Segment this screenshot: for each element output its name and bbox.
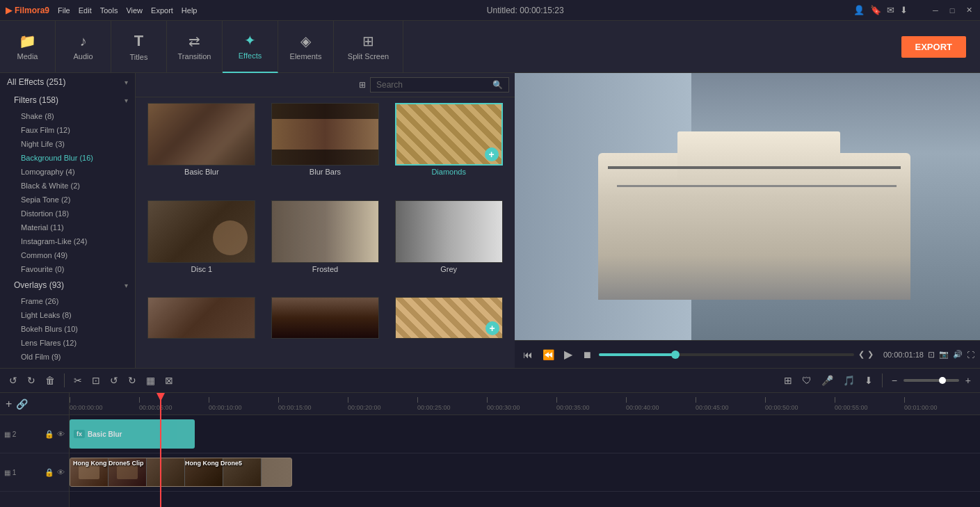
track1-lock-icon[interactable]: 🔒 [45,468,54,477]
toolbar-right-section: ⊞ 🛡 🎤 🎵 ⬇ − + [780,373,974,387]
overlay-lens-flares[interactable]: Lens Flares (12) [0,336,135,350]
overlay-old-film[interactable]: Old Film (9) [0,350,135,364]
toolbar-media[interactable]: 📁 Media [0,21,56,73]
go-to-start-button[interactable]: ⏮ [520,348,536,362]
minimize-button[interactable]: ─ [930,5,941,16]
clip-basic-blur[interactable]: fx Basic Blur [70,419,195,449]
mail-icon[interactable]: ✉ [887,5,894,15]
menu-tools[interactable]: Tools [100,6,118,15]
redo-button[interactable]: ↻ [24,373,39,387]
overlay-light-leaks[interactable]: Light Leaks (8) [0,308,135,322]
effect-disc1[interactable]: Disc 1 [141,200,262,295]
split-screen-label: Split Screen [348,52,389,61]
filter-material[interactable]: Material (11) [0,220,135,234]
filter-faux-film[interactable]: Faux Film (12) [0,123,135,137]
filter-lomography[interactable]: Lomography (4) [0,165,135,179]
zoom-slider[interactable] [903,379,959,382]
add-bottom3-button[interactable]: + [485,321,499,335]
scene-detect-button[interactable]: ⊞ [780,373,796,387]
bookmark-icon[interactable]: 🔖 [870,5,881,15]
fullscreen-icon[interactable]: ⛶ [967,351,974,359]
search-input[interactable] [376,80,492,90]
timeline-content[interactable]: 00:00:00:00 00:00:05:00 00:00:10:00 00:0… [70,393,980,507]
cut-button[interactable]: ✂ [70,373,86,387]
add-diamonds-button[interactable]: + [485,147,499,161]
toolbar-titles[interactable]: T Titles [111,21,167,73]
effect-frosted[interactable]: Frosted [265,200,386,295]
effect-basic-blur[interactable]: Basic Blur [141,103,262,198]
redo2-button[interactable]: ↻ [124,373,140,387]
filter-sepia-tone[interactable]: Sepia Tone (2) [0,193,135,207]
filters-header[interactable]: Filters (158) ▾ [0,91,135,109]
preview-panel: ⏮ ⏪ ▶ ⏹ ❮ ❯ 00:00:01:18 ⊡ 📷 🔊 ⛶ [515,73,980,368]
play-button[interactable]: ▶ [561,346,575,362]
toolbar-split-screen[interactable]: ⊞ Split Screen [334,21,403,73]
undo-button[interactable]: ↺ [6,373,21,387]
overlays-header[interactable]: Overlays (93) ▾ [0,276,135,294]
zoom-out-button[interactable]: − [888,373,901,387]
effect-grey[interactable]: Grey [388,200,509,295]
effect-blur-bars[interactable]: Blur Bars [265,103,386,198]
undo2-button[interactable]: ↺ [106,373,122,387]
track-label-1: ▦ 1 🔒 👁 [0,453,69,492]
import-media-button[interactable]: ⬇ [861,373,876,387]
close-button[interactable]: ✕ [963,5,974,16]
effect-diamonds[interactable]: + Diamonds [388,103,509,198]
export-button[interactable]: EXPORT [901,36,966,58]
crop-button[interactable]: ⊡ [88,373,104,387]
track1-eye-icon[interactable]: 👁 [57,468,65,477]
link-button[interactable]: 🔗 [16,399,28,410]
filter-background-blur[interactable]: Background Blur (16) [0,151,135,165]
add-media-button[interactable]: + [6,398,12,410]
all-effects-header[interactable]: All Effects (251) ▾ [0,73,135,91]
effect-thumb-bottom2 [271,297,379,339]
menu-view[interactable]: View [126,6,143,15]
zoom-in-button[interactable]: + [962,373,974,387]
filter-instagram-like[interactable]: Instagram-Like (24) [0,234,135,248]
resolution-icon[interactable]: ⊡ [928,350,935,360]
camera-icon[interactable]: 📷 [939,350,949,359]
audio-adjust-button[interactable]: ⊠ [161,373,177,387]
filter-shake[interactable]: Shake (8) [0,109,135,123]
track2-eye-icon[interactable]: 👁 [57,430,65,439]
menu-export[interactable]: Export [151,6,173,15]
menu-help[interactable]: Help [182,6,198,15]
music-button[interactable]: 🎵 [840,373,858,387]
delete-button[interactable]: 🗑 [42,373,58,387]
grid-layout-icon[interactable]: ⊞ [359,80,366,90]
track2-lock-icon[interactable]: 🔒 [45,430,54,439]
menu-edit[interactable]: Edit [79,6,92,15]
overlay-damaged-film[interactable]: Damaged Film (5) [0,364,135,368]
download-icon[interactable]: ⬇ [900,5,908,15]
toolbar-effects[interactable]: ✦ Effects [223,21,278,73]
menu-file[interactable]: File [58,6,70,15]
filter-distortion[interactable]: Distortion (18) [0,207,135,220]
maximize-button[interactable]: □ [947,5,958,16]
effect-bottom2[interactable] [265,297,386,362]
record-voiceover-button[interactable]: 🎤 [818,373,837,387]
overlay-bokeh-blurs[interactable]: Bokeh Blurs (10) [0,322,135,336]
toolbar-audio[interactable]: ♪ Audio [56,21,111,73]
effect-thumb-bottom1 [147,297,255,339]
stop-button[interactable]: ⏹ [579,348,595,362]
progress-bar[interactable] [599,353,854,356]
filter-common[interactable]: Common (49) [0,248,135,262]
filter-favourite[interactable]: Favourite (0) [0,262,135,276]
clip-hong-kong[interactable]: Hong Kong Drone5 Clip Hong Kong Drone5 [70,458,292,487]
bracket-open-icon[interactable]: ❮ [858,350,865,359]
step-back-button[interactable]: ⏪ [540,348,557,362]
video-preview [515,73,980,340]
toolbar-transition[interactable]: ⇄ Transition [167,21,223,73]
bracket-close-icon[interactable]: ❯ [867,350,874,359]
effects-label: Effects [239,51,262,60]
toolbar-elements[interactable]: ◈ Elements [278,21,334,73]
adjust-button[interactable]: ▦ [143,373,159,387]
user-icon[interactable]: 👤 [853,5,865,15]
effect-bottom1[interactable] [141,297,262,362]
volume-icon[interactable]: 🔊 [953,350,963,359]
effect-bottom3[interactable]: + [388,297,509,362]
filter-black-white[interactable]: Black & White (2) [0,179,135,193]
overlay-frame[interactable]: Frame (26) [0,294,135,308]
stabilize-button[interactable]: 🛡 [798,373,815,387]
filter-night-life[interactable]: Night Life (3) [0,137,135,151]
